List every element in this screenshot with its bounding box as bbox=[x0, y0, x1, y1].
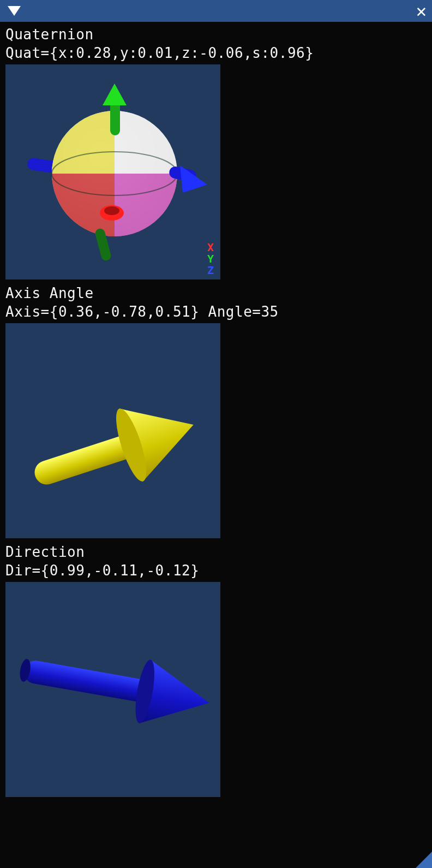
close-icon[interactable]: ✕ bbox=[416, 2, 427, 20]
svg-point-7 bbox=[104, 206, 119, 215]
section-direction: Direction Dir={0.99,-0.11,-0.12} bbox=[5, 544, 427, 797]
quaternion-viewport[interactable]: X Y Z bbox=[5, 64, 220, 280]
axis-angle-value: Axis={0.36,-0.78,0.51} Angle=35 bbox=[5, 304, 427, 320]
collapse-triangle-icon[interactable] bbox=[8, 6, 21, 16]
quaternion-title: Quaternion bbox=[5, 26, 427, 43]
direction-viewport[interactable] bbox=[5, 582, 220, 797]
direction-arrow-icon bbox=[5, 582, 220, 797]
svg-rect-13 bbox=[22, 659, 149, 703]
resize-grip-icon[interactable] bbox=[416, 852, 432, 868]
content-area: Quaternion Quat={x:0.28,y:0.01,z:-0.06,s… bbox=[0, 22, 432, 797]
axis-legend-x: X bbox=[207, 242, 214, 253]
direction-value: Dir={0.99,-0.11,-0.12} bbox=[5, 562, 427, 579]
quaternion-sphere-icon bbox=[5, 64, 220, 280]
svg-marker-9 bbox=[180, 165, 207, 193]
axis-legend-z: Z bbox=[207, 265, 214, 276]
direction-title: Direction bbox=[5, 544, 427, 560]
axis-angle-arrow-icon bbox=[5, 323, 220, 538]
axis-legend-y: Y bbox=[207, 253, 214, 265]
axis-angle-title: Axis Angle bbox=[5, 285, 427, 301]
axis-angle-viewport[interactable] bbox=[5, 323, 220, 538]
title-bar: ✕ bbox=[0, 0, 432, 22]
section-axis-angle: Axis Angle Axis={0.36,-0.78,0.51} Angle=… bbox=[5, 285, 427, 538]
quaternion-value: Quat={x:0.28,y:0.01,z:-0.06,s:0.96} bbox=[5, 45, 427, 61]
section-quaternion: Quaternion Quat={x:0.28,y:0.01,z:-0.06,s… bbox=[5, 26, 427, 280]
axis-legend: X Y Z bbox=[207, 242, 214, 276]
svg-marker-4 bbox=[103, 84, 127, 105]
